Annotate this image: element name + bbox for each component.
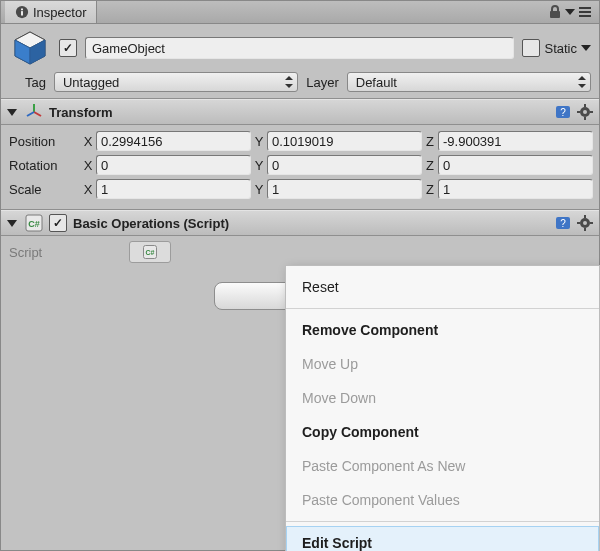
position-row: Position X Y Z [1, 129, 599, 153]
svg-rect-27 [577, 222, 580, 224]
rotation-x-input[interactable] [96, 155, 251, 175]
static-label: Static [544, 41, 577, 56]
script-component-title: Basic Operations (Script) [73, 216, 229, 231]
position-x-input[interactable] [96, 131, 251, 151]
svg-text:?: ? [560, 218, 566, 229]
lock-icon [549, 5, 561, 19]
csharp-script-icon: C# [143, 245, 157, 259]
menu-item-reset[interactable]: Reset [286, 270, 599, 304]
gameobject-name-input[interactable] [85, 37, 514, 59]
menu-item-copy-component[interactable]: Copy Component [286, 415, 599, 449]
component-context-menu: ResetRemove ComponentMove UpMove DownCop… [285, 265, 600, 551]
rotation-y-input[interactable] [267, 155, 422, 175]
svg-rect-26 [584, 228, 586, 231]
menu-item-edit-script[interactable]: Edit Script [286, 526, 599, 551]
transform-axes-icon [25, 103, 43, 121]
axis-y: Y [251, 134, 267, 149]
scale-row: Scale X Y Z [1, 177, 599, 201]
menu-separator [286, 308, 599, 309]
script-field-label: Script [1, 245, 129, 260]
gear-icon[interactable] [577, 104, 593, 120]
panel-menu[interactable] [549, 5, 591, 19]
svg-line-9 [34, 112, 41, 116]
svg-rect-28 [590, 222, 593, 224]
menu-item-remove-component[interactable]: Remove Component [286, 313, 599, 347]
gameobject-header: Static Tag Untagged Layer Default [1, 24, 599, 99]
help-book-icon[interactable]: ? [555, 215, 571, 231]
gameobject-active-checkbox[interactable] [59, 39, 77, 57]
script-component-header[interactable]: C# Basic Operations (Script) ? [1, 210, 599, 236]
tag-dropdown[interactable]: Untagged [54, 72, 298, 92]
scale-z-input[interactable] [438, 179, 593, 199]
svg-rect-3 [550, 11, 560, 18]
tag-value: Untagged [63, 75, 119, 90]
position-label: Position [1, 134, 80, 149]
static-checkbox[interactable] [522, 39, 540, 57]
chevron-down-icon [565, 9, 575, 15]
menu-separator [286, 521, 599, 522]
rotation-z-input[interactable] [438, 155, 593, 175]
hamburger-menu-icon[interactable] [579, 7, 591, 17]
foldout-icon[interactable] [7, 220, 17, 227]
scale-label: Scale [1, 182, 80, 197]
svg-rect-16 [584, 117, 586, 120]
axis-z: Z [422, 134, 438, 149]
svg-rect-2 [21, 9, 23, 11]
svg-point-14 [583, 110, 587, 114]
svg-rect-1 [21, 11, 23, 15]
updown-icon [578, 76, 586, 88]
svg-text:?: ? [560, 107, 566, 118]
svg-text:C#: C# [28, 219, 40, 229]
gear-icon[interactable] [577, 215, 593, 231]
scale-y-input[interactable] [267, 179, 422, 199]
script-enabled-checkbox[interactable] [49, 214, 67, 232]
menu-item-paste-component-as-new: Paste Component As New [286, 449, 599, 483]
layer-label: Layer [306, 75, 339, 90]
script-object-field[interactable]: C# [129, 241, 171, 263]
menu-item-paste-component-values: Paste Component Values [286, 483, 599, 517]
info-icon [15, 5, 29, 19]
svg-rect-25 [584, 215, 586, 218]
rotation-label: Rotation [1, 158, 80, 173]
menu-item-move-down: Move Down [286, 381, 599, 415]
scale-x-input[interactable] [96, 179, 251, 199]
foldout-icon[interactable] [7, 109, 17, 116]
transform-body: Position X Y Z Rotation X Y Z Scale X Y … [1, 125, 599, 210]
csharp-script-icon: C# [25, 214, 43, 232]
script-field-row: Script C# [1, 240, 599, 264]
tag-label: Tag [25, 75, 46, 90]
svg-rect-17 [577, 111, 580, 113]
tab-bar: Inspector [1, 1, 599, 24]
layer-dropdown[interactable]: Default [347, 72, 591, 92]
svg-point-24 [583, 221, 587, 225]
tab-inspector[interactable]: Inspector [5, 1, 97, 23]
rotation-row: Rotation X Y Z [1, 153, 599, 177]
axis-x: X [80, 134, 96, 149]
gameobject-icon[interactable] [12, 30, 48, 66]
inspector-window: Inspector [0, 0, 600, 551]
svg-text:C#: C# [146, 249, 155, 256]
layer-value: Default [356, 75, 397, 90]
svg-line-10 [27, 112, 34, 116]
position-z-input[interactable] [438, 131, 593, 151]
static-dropdown-icon[interactable] [581, 45, 591, 51]
position-y-input[interactable] [267, 131, 422, 151]
transform-component-header[interactable]: Transform ? [1, 99, 599, 125]
transform-title: Transform [49, 105, 113, 120]
updown-icon [285, 76, 293, 88]
svg-rect-15 [584, 104, 586, 107]
svg-rect-18 [590, 111, 593, 113]
menu-item-move-up: Move Up [286, 347, 599, 381]
help-book-icon[interactable]: ? [555, 104, 571, 120]
tab-label: Inspector [33, 5, 86, 20]
